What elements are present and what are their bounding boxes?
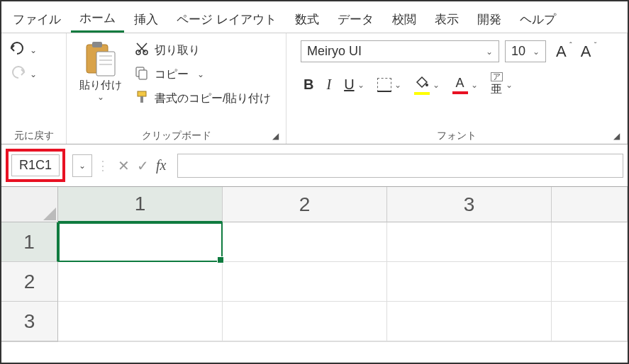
cell-r2c2[interactable] [223,262,387,302]
menu-formulas[interactable]: 数式 [286,7,328,32]
row-header-2[interactable]: 2 [1,262,58,302]
chevron-down-icon: ⌄ [197,69,204,79]
border-icon [377,78,391,92]
phonetic-top: ア [491,72,503,81]
cell-r1c4[interactable] [552,222,628,262]
svg-line-8 [138,43,147,52]
cell-extra[interactable] [223,341,387,342]
fill-color-swatch [414,92,430,95]
font-color-button[interactable]: A ⌄ [452,76,478,94]
clipboard-icon [84,40,118,77]
cell-r3c1[interactable] [58,302,223,341]
name-box[interactable]: R1C1 [11,154,60,176]
group-undo: ⌄ ⌄ 元に戻す [1,33,67,144]
format-painter-button[interactable]: 書式のコピー/貼り付け [135,90,271,107]
cell-r3c3[interactable] [387,302,552,341]
chevron-down-icon: ⌄ [486,47,493,57]
undo-button[interactable]: ⌄ [9,40,59,60]
dialog-launcher-icon[interactable]: ◢ [613,131,620,141]
cell-extra[interactable] [387,341,552,342]
increase-font-sup-icon: ˆ [569,41,572,50]
undo-icon [9,40,27,60]
menu-file[interactable]: ファイル [4,7,69,32]
cell-r3c2[interactable] [223,302,387,341]
formula-input[interactable] [177,154,623,178]
cell-extra[interactable] [552,341,628,342]
row-header-1[interactable]: 1 [1,222,58,262]
paste-label: 貼り付け [79,79,122,92]
col-header-3[interactable]: 3 [387,187,552,222]
font-size-value: 10 [511,44,525,59]
bold-button[interactable]: B [304,76,313,93]
cut-label: 切り取り [155,43,200,58]
decrease-font-sup-icon: ˇ [594,41,597,50]
col-header-extra[interactable] [552,187,628,222]
row-header-extra[interactable] [1,341,58,342]
cell-r2c3[interactable] [387,262,552,302]
redo-icon [9,64,27,84]
cut-button[interactable]: 切り取り [135,42,271,59]
menu-view[interactable]: 表示 [426,7,467,32]
cell-r2c4[interactable] [552,262,628,302]
col-header-1[interactable]: 1 [58,187,223,222]
dialog-launcher-icon[interactable]: ◢ [272,131,279,141]
svg-rect-1 [92,42,102,47]
underline-button[interactable]: U ⌄ [344,76,364,93]
svg-rect-13 [140,96,143,103]
fill-color-button[interactable]: ⌄ [414,75,440,95]
menu-insert[interactable]: 挿入 [126,7,167,32]
menu-home[interactable]: ホーム [71,6,124,33]
paint-bucket-icon [415,75,429,91]
svg-rect-11 [139,70,147,79]
copy-label: コピー [155,67,189,82]
chevron-down-icon: ⌄ [533,47,540,57]
row-header-3[interactable]: 3 [1,302,58,341]
select-all-corner[interactable] [1,187,58,222]
format-painter-icon [135,90,149,107]
menu-page-layout[interactable]: ページ レイアウト [168,7,285,32]
chevron-down-icon: ⌄ [394,80,401,90]
chevron-down-icon: ⌄ [506,80,513,90]
cell-r1c1[interactable] [58,222,223,262]
copy-icon [135,66,149,83]
increase-font-button[interactable]: Aˆ [552,42,571,61]
svg-line-9 [137,43,145,52]
chevron-down-icon: ⌄ [357,80,364,90]
chevron-down-icon: ⌄ [30,45,37,55]
chevron-down-icon: ⌄ [97,92,104,102]
svg-point-14 [425,84,428,86]
copy-button[interactable]: コピー ⌄ [135,66,271,83]
name-box-highlight: R1C1 [6,149,65,182]
cancel-formula-button[interactable]: ✕ [118,157,130,174]
cell-r2c1[interactable] [58,262,223,302]
cell-r1c2[interactable] [223,222,387,262]
cell-r1c3[interactable] [387,222,552,262]
chevron-down-icon: ⌄ [471,80,478,90]
menu-data[interactable]: データ [329,7,382,32]
underline-letter: U [344,76,354,93]
confirm-formula-button[interactable]: ✓ [137,157,149,174]
menu-developer[interactable]: 開発 [469,7,510,32]
group-undo-label: 元に戻す [14,130,54,142]
chevron-down-icon: ⌄ [433,80,440,90]
insert-function-button[interactable]: fx [156,157,166,174]
ribbon: ⌄ ⌄ 元に戻す [1,33,628,144]
menu-review[interactable]: 校閲 [384,7,425,32]
name-box-dropdown[interactable]: ⌄ [72,154,92,177]
menu-help[interactable]: ヘルプ [511,7,564,32]
svg-rect-2 [96,52,115,76]
font-size-select[interactable]: 10 ⌄ [505,40,546,62]
italic-button[interactable]: I [326,76,331,93]
paste-button[interactable]: 貼り付け ⌄ [74,38,128,107]
cell-r3c4[interactable] [552,302,628,341]
col-header-2[interactable]: 2 [223,187,387,222]
redo-button[interactable]: ⌄ [9,64,59,84]
group-font-label: フォント [437,130,477,142]
group-clipboard-label: クリップボード [142,130,211,142]
cell-extra[interactable] [58,341,223,342]
borders-button[interactable]: ⌄ [377,78,401,92]
font-name-select[interactable]: Meiryo UI ⌄ [301,40,499,62]
svg-rect-12 [138,91,146,96]
decrease-font-button[interactable]: Aˇ [577,42,596,61]
phonetic-button[interactable]: ア 亜 ⌄ [491,72,513,97]
